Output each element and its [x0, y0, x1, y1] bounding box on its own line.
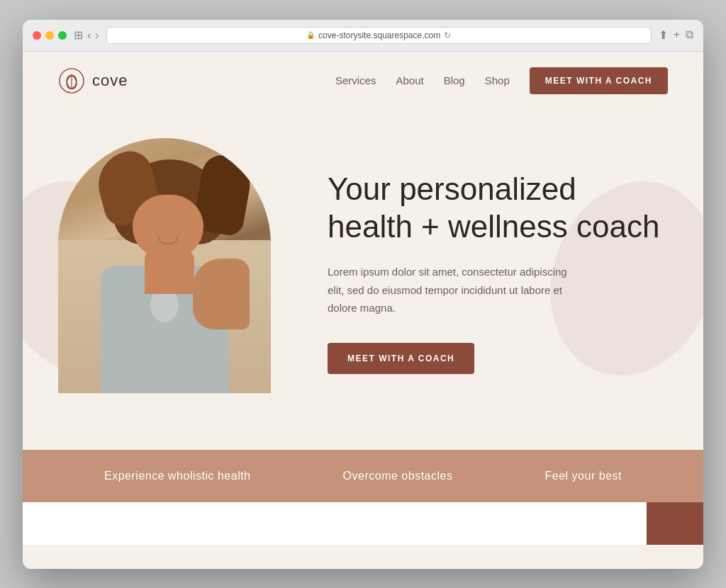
refresh-icon[interactable]: ↻ [444, 30, 451, 40]
bottom-section [23, 502, 703, 545]
banner-strip: Experience wholistic health Overcome obs… [23, 450, 703, 502]
hero-image-wrap [58, 138, 285, 407]
address-bar[interactable]: 🔒 cove-storysite.squarespace.com ↻ [106, 27, 652, 44]
minimize-button[interactable] [45, 31, 54, 40]
hero-image [58, 138, 271, 393]
browser-chrome: ⊞ ‹ › 🔒 cove-storysite.squarespace.com ↻… [23, 20, 703, 52]
bottom-orange-block [647, 502, 703, 545]
url-text: cove-storysite.squarespace.com [318, 30, 440, 40]
nav-link-blog[interactable]: Blog [444, 74, 465, 86]
traffic-lights [33, 31, 67, 40]
banner-item-2: Overcome obstacles [343, 470, 453, 482]
nav-link-about[interactable]: About [396, 74, 423, 86]
browser-window: ⊞ ‹ › 🔒 cove-storysite.squarespace.com ↻… [23, 20, 703, 569]
face-shape [133, 195, 203, 259]
new-tab-button[interactable]: + [674, 28, 680, 42]
share-icon[interactable]: ⬆ [659, 28, 668, 42]
hero-subtext: Lorem ipsum dolor sit amet, consectetur … [328, 263, 583, 317]
hero-cta-button[interactable]: MEET WITH A COACH [328, 343, 474, 374]
site-header: cove Services About Blog Shop MEET WITH … [23, 52, 703, 110]
maximize-button[interactable] [58, 31, 67, 40]
browser-actions: ⬆ + ⧉ [659, 28, 693, 42]
lock-icon: 🔒 [306, 31, 315, 39]
banner-item-1: Experience wholistic health [104, 470, 251, 482]
shoulder-shape [193, 259, 250, 329]
logo[interactable]: cove [58, 67, 128, 94]
hero-heading: Your personalized health + wellness coac… [328, 171, 668, 246]
nav-link-shop[interactable]: Shop [485, 74, 510, 86]
back-button[interactable]: ‹ [87, 29, 91, 42]
nav-cta-button[interactable]: MEET WITH A COACH [530, 67, 668, 94]
window-icon[interactable]: ⊞ [74, 28, 83, 42]
hero-section: Your personalized health + wellness coac… [23, 110, 703, 450]
site-content: cove Services About Blog Shop MEET WITH … [23, 52, 703, 569]
main-nav: Services About Blog Shop MEET WITH A COA… [335, 67, 668, 94]
close-button[interactable] [33, 31, 41, 40]
nav-link-services[interactable]: Services [335, 74, 376, 86]
browser-controls: ⊞ ‹ › [74, 28, 99, 42]
hero-content: Your personalized health + wellness coac… [328, 171, 668, 373]
forward-button[interactable]: › [95, 29, 99, 42]
logo-icon [58, 67, 85, 94]
duplicate-icon[interactable]: ⧉ [686, 28, 693, 42]
hero-photo-sim [58, 138, 271, 393]
banner-item-3: Feel your best [545, 470, 622, 482]
logo-text: cove [92, 72, 128, 90]
